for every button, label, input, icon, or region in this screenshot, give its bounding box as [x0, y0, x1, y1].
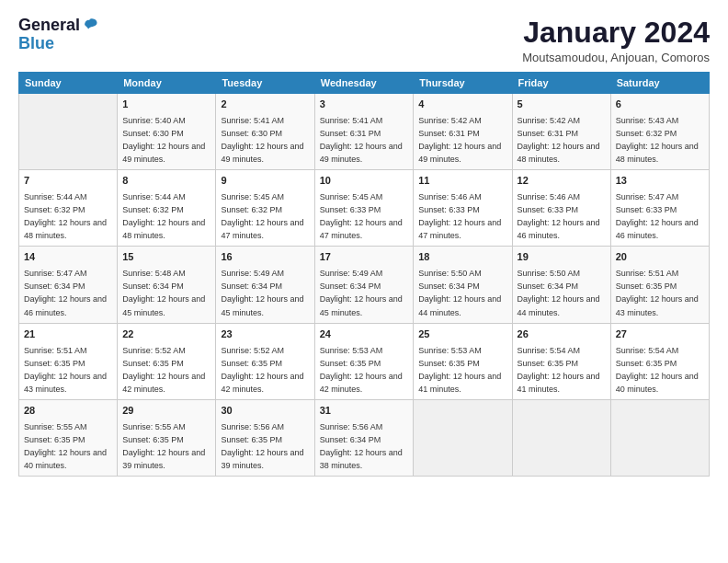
table-cell: 27Sunrise: 5:54 AMSunset: 6:35 PMDayligh… [610, 323, 709, 399]
day-number: 7 [24, 174, 112, 189]
day-number: 15 [122, 250, 210, 265]
logo-text-block: General Blue [18, 17, 98, 53]
day-number: 29 [122, 404, 210, 419]
col-tuesday: Tuesday [216, 73, 314, 94]
day-number: 23 [221, 327, 309, 342]
table-cell: 23Sunrise: 5:52 AMSunset: 6:35 PMDayligh… [216, 323, 314, 399]
day-info: Sunrise: 5:45 AMSunset: 6:33 PMDaylight:… [320, 192, 403, 240]
day-info: Sunrise: 5:48 AMSunset: 6:34 PMDaylight:… [122, 269, 205, 316]
table-cell: 9Sunrise: 5:45 AMSunset: 6:32 PMDaylight… [216, 170, 314, 247]
day-number: 10 [320, 174, 409, 189]
table-cell: 11Sunrise: 5:46 AMSunset: 6:33 PMDayligh… [414, 170, 512, 247]
day-number: 1 [122, 98, 210, 112]
day-number: 27 [616, 327, 704, 342]
table-cell: 2Sunrise: 5:41 AMSunset: 6:30 PMDaylight… [216, 94, 314, 170]
day-info: Sunrise: 5:50 AMSunset: 6:34 PMDaylight:… [418, 269, 501, 316]
day-number: 3 [320, 98, 409, 112]
day-info: Sunrise: 5:46 AMSunset: 6:33 PMDaylight:… [518, 192, 600, 240]
table-cell [610, 399, 709, 476]
day-number: 2 [221, 98, 309, 112]
day-number: 17 [320, 250, 409, 265]
day-info: Sunrise: 5:40 AMSunset: 6:30 PMDaylight:… [122, 116, 205, 164]
day-info: Sunrise: 5:51 AMSunset: 6:35 PMDaylight:… [616, 269, 699, 316]
table-cell: 15Sunrise: 5:48 AMSunset: 6:34 PMDayligh… [118, 247, 216, 323]
day-number: 9 [221, 174, 309, 189]
bird-icon [82, 17, 98, 34]
day-info: Sunrise: 5:51 AMSunset: 6:35 PMDaylight:… [24, 346, 107, 394]
day-number: 26 [518, 327, 606, 342]
table-cell: 26Sunrise: 5:54 AMSunset: 6:35 PMDayligh… [512, 323, 610, 399]
table-cell: 13Sunrise: 5:47 AMSunset: 6:33 PMDayligh… [610, 170, 709, 247]
table-cell: 6Sunrise: 5:43 AMSunset: 6:32 PMDaylight… [610, 94, 709, 170]
table-cell: 3Sunrise: 5:41 AMSunset: 6:31 PMDaylight… [314, 94, 414, 170]
table-cell: 19Sunrise: 5:50 AMSunset: 6:34 PMDayligh… [512, 247, 610, 323]
day-number: 24 [320, 327, 409, 342]
table-cell: 25Sunrise: 5:53 AMSunset: 6:35 PMDayligh… [414, 323, 512, 399]
day-info: Sunrise: 5:49 AMSunset: 6:34 PMDaylight:… [221, 269, 303, 316]
day-info: Sunrise: 5:52 AMSunset: 6:35 PMDaylight:… [122, 346, 205, 394]
table-cell: 1Sunrise: 5:40 AMSunset: 6:30 PMDaylight… [118, 94, 216, 170]
table-cell: 17Sunrise: 5:49 AMSunset: 6:34 PMDayligh… [314, 247, 414, 323]
col-thursday: Thursday [414, 73, 512, 94]
day-info: Sunrise: 5:52 AMSunset: 6:35 PMDaylight:… [221, 346, 303, 394]
table-cell: 18Sunrise: 5:50 AMSunset: 6:34 PMDayligh… [414, 247, 512, 323]
table-cell: 4Sunrise: 5:42 AMSunset: 6:31 PMDaylight… [414, 94, 512, 170]
day-number: 14 [24, 250, 112, 265]
table-cell: 10Sunrise: 5:45 AMSunset: 6:33 PMDayligh… [314, 170, 414, 247]
table-cell [19, 94, 118, 170]
table-cell: 22Sunrise: 5:52 AMSunset: 6:35 PMDayligh… [118, 323, 216, 399]
col-saturday: Saturday [610, 73, 709, 94]
day-number: 21 [24, 327, 112, 342]
table-cell: 14Sunrise: 5:47 AMSunset: 6:34 PMDayligh… [19, 247, 118, 323]
col-wednesday: Wednesday [314, 73, 414, 94]
title-block: January 2024 Moutsamoudou, Anjouan, Como… [522, 17, 710, 64]
day-info: Sunrise: 5:56 AMSunset: 6:35 PMDaylight:… [221, 422, 303, 470]
col-sunday: Sunday [19, 73, 118, 94]
day-number: 13 [616, 174, 704, 189]
table-cell [414, 399, 512, 476]
day-info: Sunrise: 5:53 AMSunset: 6:35 PMDaylight:… [320, 346, 403, 394]
calendar-table: Sunday Monday Tuesday Wednesday Thursday… [18, 72, 710, 477]
day-number: 18 [418, 250, 506, 265]
day-number: 19 [518, 250, 606, 265]
day-info: Sunrise: 5:45 AMSunset: 6:32 PMDaylight:… [221, 192, 303, 240]
table-cell: 31Sunrise: 5:56 AMSunset: 6:34 PMDayligh… [314, 399, 414, 476]
day-number: 31 [320, 404, 409, 419]
day-number: 20 [616, 250, 704, 265]
day-info: Sunrise: 5:55 AMSunset: 6:35 PMDaylight:… [24, 422, 107, 470]
day-info: Sunrise: 5:49 AMSunset: 6:34 PMDaylight:… [320, 269, 403, 316]
header: General Blue January 2024 Moutsamoudou, … [18, 17, 710, 64]
day-info: Sunrise: 5:44 AMSunset: 6:32 PMDaylight:… [24, 192, 107, 240]
day-info: Sunrise: 5:41 AMSunset: 6:31 PMDaylight:… [320, 116, 403, 164]
day-number: 16 [221, 250, 309, 265]
day-info: Sunrise: 5:41 AMSunset: 6:30 PMDaylight:… [221, 116, 303, 164]
day-number: 8 [122, 174, 210, 189]
day-info: Sunrise: 5:54 AMSunset: 6:35 PMDaylight:… [518, 346, 600, 394]
day-number: 6 [616, 98, 704, 112]
table-cell: 8Sunrise: 5:44 AMSunset: 6:32 PMDaylight… [118, 170, 216, 247]
day-number: 11 [418, 174, 506, 189]
table-cell: 20Sunrise: 5:51 AMSunset: 6:35 PMDayligh… [610, 247, 709, 323]
table-cell: 30Sunrise: 5:56 AMSunset: 6:35 PMDayligh… [216, 399, 314, 476]
day-info: Sunrise: 5:42 AMSunset: 6:31 PMDaylight:… [418, 116, 501, 164]
table-cell: 21Sunrise: 5:51 AMSunset: 6:35 PMDayligh… [19, 323, 118, 399]
table-cell: 24Sunrise: 5:53 AMSunset: 6:35 PMDayligh… [314, 323, 414, 399]
day-number: 4 [418, 98, 506, 112]
day-info: Sunrise: 5:53 AMSunset: 6:35 PMDaylight:… [418, 346, 501, 394]
day-number: 25 [418, 327, 506, 342]
day-info: Sunrise: 5:50 AMSunset: 6:34 PMDaylight:… [518, 269, 600, 316]
table-cell: 28Sunrise: 5:55 AMSunset: 6:35 PMDayligh… [19, 399, 118, 476]
day-info: Sunrise: 5:47 AMSunset: 6:34 PMDaylight:… [24, 269, 107, 316]
day-info: Sunrise: 5:46 AMSunset: 6:33 PMDaylight:… [418, 192, 501, 240]
day-info: Sunrise: 5:44 AMSunset: 6:32 PMDaylight:… [122, 192, 205, 240]
table-cell: 7Sunrise: 5:44 AMSunset: 6:32 PMDaylight… [19, 170, 118, 247]
table-cell: 5Sunrise: 5:42 AMSunset: 6:31 PMDaylight… [512, 94, 610, 170]
day-info: Sunrise: 5:42 AMSunset: 6:31 PMDaylight:… [518, 116, 600, 164]
month-title: January 2024 [522, 17, 710, 49]
day-info: Sunrise: 5:54 AMSunset: 6:35 PMDaylight:… [616, 346, 699, 394]
table-cell: 12Sunrise: 5:46 AMSunset: 6:33 PMDayligh… [512, 170, 610, 247]
day-info: Sunrise: 5:56 AMSunset: 6:34 PMDaylight:… [320, 422, 403, 470]
day-info: Sunrise: 5:43 AMSunset: 6:32 PMDaylight:… [616, 116, 699, 164]
day-number: 22 [122, 327, 210, 342]
table-cell: 29Sunrise: 5:55 AMSunset: 6:35 PMDayligh… [118, 399, 216, 476]
